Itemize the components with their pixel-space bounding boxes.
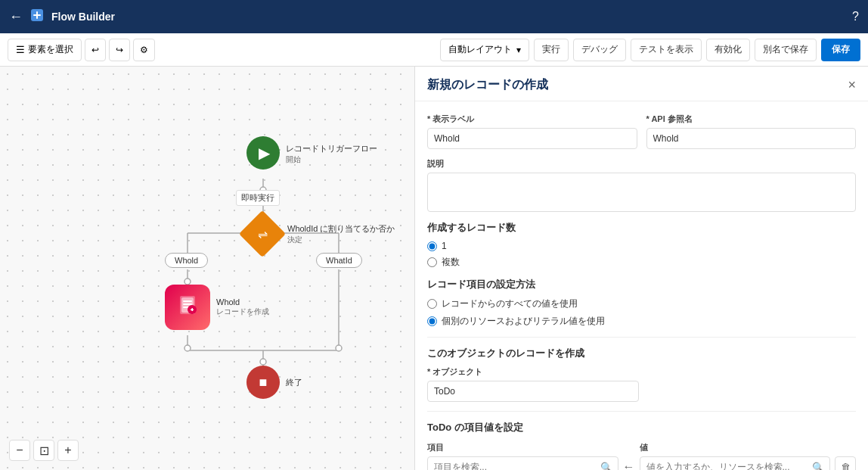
decision-label: WholdId に割り当てるか否か — [287, 223, 395, 235]
delete-row-button[interactable]: 🗑 — [835, 456, 856, 470]
field-search-input[interactable] — [427, 456, 618, 470]
save-button[interactable]: 保存 — [821, 39, 860, 61]
panel-body: * 表示ラベル * API 参照名 説明 作成するレコード数 1 — [415, 101, 868, 470]
whold-branch-box[interactable]: Whold — [165, 253, 208, 268]
radio-individual-text: 個別のリソースおよびリテラル値を使用 — [442, 315, 605, 328]
zoom-out-button[interactable]: − — [9, 440, 30, 461]
diamond-container: ⇌ — [243, 215, 281, 253]
back-icon[interactable]: ← — [9, 9, 23, 25]
record-create-node[interactable]: Whold レコードを作成 — [165, 285, 269, 330]
whatid-branch-node[interactable]: WhatId — [316, 253, 362, 268]
radio-one-label[interactable]: 1 — [427, 241, 856, 251]
undo-button[interactable]: ↩ — [85, 39, 106, 61]
value-search-icon: 🔍 — [812, 462, 824, 471]
top-bar: ← Flow Builder ? — [0, 0, 868, 33]
whold-branch-node[interactable]: Whold — [165, 253, 208, 268]
enable-button[interactable]: 有効化 — [706, 39, 750, 61]
toolbar: ☰ 要素を選択 ↩ ↪ ⚙ 自動レイアウト ▾ 実行 デバッグ テストを表示 有… — [0, 33, 868, 67]
zoom-controls: − ⊡ + — [9, 440, 79, 461]
radio-all-values-text: レコードからのすべての値を使用 — [442, 297, 578, 310]
value-search-input[interactable] — [640, 456, 831, 470]
field-value-row: 🔍 ← 🔍 🗑 — [427, 456, 856, 470]
radio-one-input[interactable] — [427, 241, 437, 251]
panel-title: 新規のレコードの作成 — [427, 77, 548, 93]
flow-icon — [30, 8, 44, 25]
radio-individual-label[interactable]: 個別のリソースおよびリテラル値を使用 — [427, 315, 856, 328]
panel-header: 新規のレコードの作成 × — [415, 67, 868, 101]
description-label: 説明 — [427, 158, 856, 170]
record-create-sublabel: レコードを作成 — [216, 307, 269, 317]
radio-individual-input[interactable] — [427, 316, 437, 326]
select-elements-button[interactable]: ☰ 要素を選択 — [8, 39, 82, 61]
field-method-section-title: レコード項目の設定方法 — [427, 278, 856, 291]
zoom-fit-button[interactable]: ⊡ — [33, 440, 54, 461]
test-button[interactable]: テストを表示 — [631, 39, 702, 61]
play-icon: ▶ — [259, 144, 270, 162]
whatid-branch-box[interactable]: WhatId — [316, 253, 362, 268]
record-node-icon-container — [165, 285, 210, 330]
api-ref-group: * API 参照名 — [646, 114, 857, 149]
run-button[interactable]: 実行 — [534, 39, 569, 61]
select-icon: ☰ — [16, 44, 25, 55]
top-bar-left: ← Flow Builder — [9, 8, 115, 25]
display-label-input[interactable] — [427, 128, 637, 149]
canvas[interactable]: ▶ レコードトリガーフロー 開始 即時実行 ⇌ WholdId に割り当てるか否… — [0, 67, 414, 470]
field-search-icon: 🔍 — [600, 462, 612, 471]
label-api-row: * 表示ラベル * API 参照名 — [427, 114, 856, 149]
object-section-title: このオブジェクトのレコードを作成 — [427, 347, 856, 360]
immediate-label-node: 即時実行 — [236, 190, 280, 206]
svg-rect-20 — [183, 300, 192, 302]
auto-layout-button[interactable]: 自動レイアウト ▾ — [440, 39, 529, 61]
field-search-wrap: 🔍 — [427, 456, 618, 470]
radio-one-text: 1 — [442, 241, 447, 251]
stop-icon: ■ — [259, 375, 268, 391]
canvas-background — [0, 67, 414, 470]
start-sublabel: 開始 — [286, 154, 377, 165]
svg-rect-25 — [192, 308, 194, 311]
section-divider-2 — [427, 411, 856, 412]
record-count-radio-group: 1 複数 — [427, 241, 856, 269]
start-node[interactable]: ▶ レコードトリガーフロー 開始 — [246, 136, 377, 170]
end-label: 終了 — [286, 377, 302, 388]
description-group: 説明 — [427, 158, 856, 212]
app-title: Flow Builder — [51, 11, 115, 23]
radio-multiple-text: 複数 — [442, 256, 460, 269]
field-col-label: 項目 — [427, 442, 618, 453]
radio-all-values-label[interactable]: レコードからのすべての値を使用 — [427, 297, 856, 310]
display-label-label: * 表示ラベル — [427, 114, 637, 125]
record-node-icon — [175, 293, 200, 322]
debug-button[interactable]: デバッグ — [573, 39, 626, 61]
auto-layout-label: 自動レイアウト — [448, 43, 512, 56]
svg-rect-21 — [183, 303, 192, 305]
end-node[interactable]: ■ 終了 — [246, 366, 302, 399]
decision-node[interactable]: ⇌ WholdId に割り当てるか否か 決定 — [243, 215, 395, 253]
right-panel: 新規のレコードの作成 × * 表示ラベル * API 参照名 説明 — [414, 67, 868, 470]
record-count-section-title: 作成するレコード数 — [427, 221, 856, 235]
radio-all-values-input[interactable] — [427, 299, 437, 309]
toolbar-right: 自動レイアウト ▾ 実行 デバッグ テストを表示 有効化 別名で保存 保存 — [440, 39, 860, 61]
start-circle[interactable]: ▶ — [246, 136, 280, 170]
value-search-wrap: 🔍 — [640, 456, 831, 470]
object-form-group: * オブジェクト — [427, 366, 856, 402]
object-section: このオブジェクトのレコードを作成 * オブジェクト — [427, 347, 856, 402]
redo-button[interactable]: ↪ — [109, 39, 130, 61]
diamond-icon: ⇌ — [258, 227, 268, 241]
radio-multiple-input[interactable] — [427, 257, 437, 267]
radio-multiple-label[interactable]: 複数 — [427, 256, 856, 269]
help-button[interactable]: ? — [852, 10, 859, 23]
field-method-radio-group: レコードからのすべての値を使用 個別のリソースおよびリテラル値を使用 — [427, 297, 856, 328]
end-circle[interactable]: ■ — [246, 366, 280, 399]
api-ref-label: * API 参照名 — [646, 114, 857, 125]
api-ref-input[interactable] — [646, 128, 857, 149]
field-value-header: 項目 値 — [427, 442, 856, 453]
display-label-group: * 表示ラベル — [427, 114, 637, 149]
zoom-in-button[interactable]: + — [57, 440, 79, 461]
object-input[interactable] — [427, 381, 639, 402]
todo-section-title: ToDo の項目値を設定 — [427, 421, 856, 434]
saveas-button[interactable]: 別名で保存 — [755, 39, 817, 61]
settings-button[interactable]: ⚙ — [133, 39, 155, 61]
description-textarea[interactable] — [427, 173, 856, 212]
close-panel-button[interactable]: × — [848, 77, 856, 93]
delete-icon: 🗑 — [841, 462, 851, 471]
immediate-label: 即時実行 — [236, 190, 280, 206]
